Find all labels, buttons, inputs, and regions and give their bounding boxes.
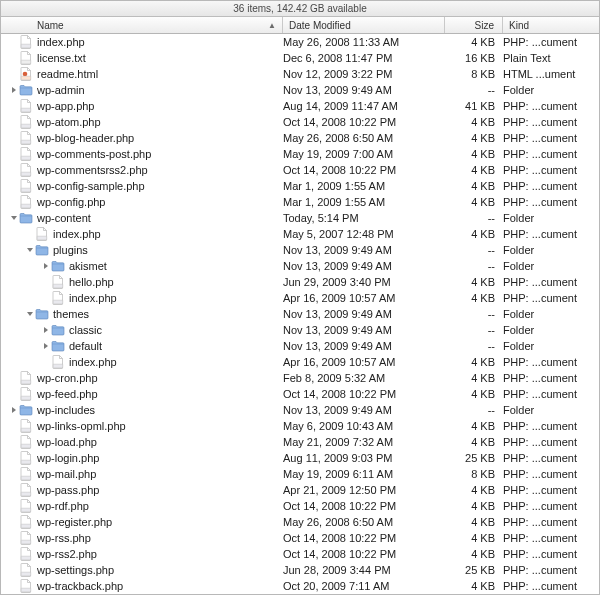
disclosure-triangle-icon[interactable] xyxy=(41,342,51,350)
file-name: wp-cron.php xyxy=(37,372,98,384)
file-row[interactable]: wp-register.phpMay 26, 2008 6:50 AM4 KBP… xyxy=(1,514,599,530)
disclosure-triangle-icon[interactable] xyxy=(25,310,35,318)
file-row[interactable]: readme.htmlNov 12, 2009 3:22 PM8 KBHTML … xyxy=(1,66,599,82)
file-size: 4 KB xyxy=(445,436,503,448)
file-row[interactable]: wp-load.phpMay 21, 2009 7:32 AM4 KBPHP: … xyxy=(1,434,599,450)
file-date: May 21, 2009 7:32 AM xyxy=(283,436,445,448)
php-file-icon xyxy=(19,579,33,593)
file-kind: Folder xyxy=(503,212,599,224)
file-name: akismet xyxy=(69,260,107,272)
file-kind: PHP: ...cument xyxy=(503,420,599,432)
file-row[interactable]: wp-blog-header.phpMay 26, 2008 6:50 AM4 … xyxy=(1,130,599,146)
file-row[interactable]: wp-rdf.phpOct 14, 2008 10:22 PM4 KBPHP: … xyxy=(1,498,599,514)
folder-icon xyxy=(19,83,33,97)
disclosure-triangle-icon[interactable] xyxy=(25,246,35,254)
file-date: Oct 20, 2009 7:11 AM xyxy=(283,580,445,592)
php-file-icon xyxy=(19,99,33,113)
column-header-size-label: Size xyxy=(475,20,494,31)
file-row[interactable]: wp-config-sample.phpMar 1, 2009 1:55 AM4… xyxy=(1,178,599,194)
file-row[interactable]: wp-feed.phpOct 14, 2008 10:22 PM4 KBPHP:… xyxy=(1,386,599,402)
php-file-icon xyxy=(19,163,33,177)
column-header-name[interactable]: Name ▲ xyxy=(1,17,283,33)
file-size: 4 KB xyxy=(445,228,503,240)
file-size: -- xyxy=(445,324,503,336)
file-kind: PHP: ...cument xyxy=(503,292,599,304)
php-file-icon xyxy=(19,483,33,497)
file-row[interactable]: wp-rss.phpOct 14, 2008 10:22 PM4 KBPHP: … xyxy=(1,530,599,546)
php-file-icon xyxy=(19,35,33,49)
svg-rect-16 xyxy=(21,396,31,400)
disclosure-triangle-icon[interactable] xyxy=(41,326,51,334)
file-date: May 26, 2008 6:50 AM xyxy=(283,132,445,144)
php-file-icon xyxy=(19,563,33,577)
file-row[interactable]: akismetNov 13, 2009 9:49 AM--Folder xyxy=(1,258,599,274)
file-row[interactable]: wp-config.phpMar 1, 2009 1:55 AM4 KBPHP:… xyxy=(1,194,599,210)
column-header-date[interactable]: Date Modified xyxy=(283,17,445,33)
file-row[interactable]: index.phpApr 16, 2009 10:57 AM4 KBPHP: .… xyxy=(1,354,599,370)
svg-rect-1 xyxy=(21,60,31,64)
file-size: 4 KB xyxy=(445,116,503,128)
file-kind: PHP: ...cument xyxy=(503,100,599,112)
file-row[interactable]: wp-trackback.phpOct 20, 2009 7:11 AM4 KB… xyxy=(1,578,599,594)
php-file-icon xyxy=(19,371,33,385)
file-kind: PHP: ...cument xyxy=(503,468,599,480)
file-name: wp-links-opml.php xyxy=(37,420,126,432)
php-file-icon xyxy=(19,547,33,561)
file-date: Oct 14, 2008 10:22 PM xyxy=(283,532,445,544)
svg-rect-25 xyxy=(21,556,31,560)
html-file-icon xyxy=(19,67,33,81)
file-row[interactable]: defaultNov 13, 2009 9:49 AM--Folder xyxy=(1,338,599,354)
file-size: 4 KB xyxy=(445,356,503,368)
svg-rect-14 xyxy=(53,364,63,368)
file-row[interactable]: wp-login.phpAug 11, 2009 9:03 PM25 KBPHP… xyxy=(1,450,599,466)
file-row[interactable]: index.phpMay 26, 2008 11:33 AM4 KBPHP: .… xyxy=(1,34,599,50)
file-row[interactable]: classicNov 13, 2009 9:49 AM--Folder xyxy=(1,322,599,338)
file-row[interactable]: wp-contentToday, 5:14 PM--Folder xyxy=(1,210,599,226)
file-size: 4 KB xyxy=(445,372,503,384)
file-name: default xyxy=(69,340,102,352)
file-name: wp-config.php xyxy=(37,196,106,208)
file-row[interactable]: wp-pass.phpApr 21, 2009 12:50 PM4 KBPHP:… xyxy=(1,482,599,498)
file-date: Aug 14, 2009 11:47 AM xyxy=(283,100,445,112)
file-size: 25 KB xyxy=(445,452,503,464)
file-row[interactable]: pluginsNov 13, 2009 9:49 AM--Folder xyxy=(1,242,599,258)
file-row[interactable]: wp-mail.phpMay 19, 2009 6:11 AM8 KBPHP: … xyxy=(1,466,599,482)
file-row[interactable]: wp-adminNov 13, 2009 9:49 AM--Folder xyxy=(1,82,599,98)
file-date: Oct 14, 2008 10:22 PM xyxy=(283,500,445,512)
file-row[interactable]: wp-comments-post.phpMay 19, 2009 7:00 AM… xyxy=(1,146,599,162)
column-header-size[interactable]: Size xyxy=(445,17,503,33)
file-row[interactable]: license.txtDec 6, 2008 11:47 PM16 KBPlai… xyxy=(1,50,599,66)
disclosure-triangle-icon[interactable] xyxy=(9,214,19,222)
file-row[interactable]: wp-settings.phpJun 28, 2009 3:44 PM25 KB… xyxy=(1,562,599,578)
php-file-icon xyxy=(19,451,33,465)
file-list[interactable]: index.phpMay 26, 2008 11:33 AM4 KBPHP: .… xyxy=(1,34,599,594)
disclosure-triangle-icon[interactable] xyxy=(9,86,19,94)
file-row[interactable]: wp-atom.phpOct 14, 2008 10:22 PM4 KBPHP:… xyxy=(1,114,599,130)
file-size: 4 KB xyxy=(445,292,503,304)
file-name: wp-mail.php xyxy=(37,468,96,480)
file-row[interactable]: wp-links-opml.phpMay 6, 2009 10:43 AM4 K… xyxy=(1,418,599,434)
file-row[interactable]: wp-rss2.phpOct 14, 2008 10:22 PM4 KBPHP:… xyxy=(1,546,599,562)
file-name: wp-settings.php xyxy=(37,564,114,576)
file-row[interactable]: index.phpApr 16, 2009 10:57 AM4 KBPHP: .… xyxy=(1,290,599,306)
php-file-icon xyxy=(51,355,65,369)
file-row[interactable]: index.phpMay 5, 2007 12:48 PM4 KBPHP: ..… xyxy=(1,226,599,242)
file-row[interactable]: wp-app.phpAug 14, 2009 11:47 AM41 KBPHP:… xyxy=(1,98,599,114)
file-row[interactable]: wp-includesNov 13, 2009 9:49 AM--Folder xyxy=(1,402,599,418)
file-row[interactable]: hello.phpJun 29, 2009 3:40 PM4 KBPHP: ..… xyxy=(1,274,599,290)
php-file-icon xyxy=(19,531,33,545)
file-kind: PHP: ...cument xyxy=(503,564,599,576)
file-kind: Folder xyxy=(503,84,599,96)
file-row[interactable]: wp-cron.phpFeb 8, 2009 5:32 AM4 KBPHP: .… xyxy=(1,370,599,386)
column-header-kind[interactable]: Kind xyxy=(503,17,599,33)
file-kind: PHP: ...cument xyxy=(503,484,599,496)
file-row[interactable]: themesNov 13, 2009 9:49 AM--Folder xyxy=(1,306,599,322)
file-kind: PHP: ...cument xyxy=(503,436,599,448)
file-date: May 5, 2007 12:48 PM xyxy=(283,228,445,240)
file-name: wp-config-sample.php xyxy=(37,180,145,192)
svg-rect-20 xyxy=(21,476,31,480)
disclosure-triangle-icon[interactable] xyxy=(9,406,19,414)
disclosure-triangle-icon[interactable] xyxy=(41,262,51,270)
file-kind: Folder xyxy=(503,260,599,272)
file-row[interactable]: wp-commentsrss2.phpOct 14, 2008 10:22 PM… xyxy=(1,162,599,178)
